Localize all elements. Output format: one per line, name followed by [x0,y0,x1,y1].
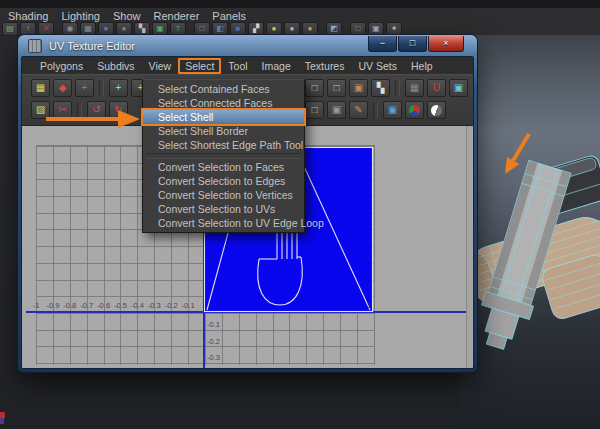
pixel-snap-icon[interactable]: U [427,79,446,97]
uv-menubar: PolygonsSubdivsViewSelectToolImageTextur… [22,57,473,74]
uv-menu-tool[interactable]: Tool [221,59,254,73]
tile-outline-icon[interactable]: □ [305,79,324,97]
u-axis-label: -0.3 [148,301,161,310]
move-tool-icon[interactable]: + [109,79,128,97]
u-axis-label: -0.9 [46,301,59,310]
share-icon[interactable]: ✦ [386,22,402,36]
maya-application: ShadingLightingShowRendererPanels ▤↑✕◉▦●… [0,0,600,429]
toolbar-divider [188,23,192,35]
flat-shade-icon[interactable]: ▦ [80,22,96,36]
move-uv-shell-icon[interactable]: + [75,79,94,97]
v-axis-label: -0.3 [207,353,220,362]
light-gray-icon[interactable]: ● [284,22,300,36]
close-button[interactable]: × [428,36,464,52]
minimize-button[interactable]: − [368,36,397,52]
window-controls: − □ × [367,36,464,52]
uv-menu-help[interactable]: Help [404,59,440,73]
dropdown-item-select-shortest-edge-path-tool[interactable]: Select Shortest Edge Path Tool [143,138,304,152]
rotate-cw-icon[interactable]: ↻ [109,101,128,119]
dropdown-item-convert-selection-to-faces[interactable]: Convert Selection to Faces [143,160,304,174]
cube-top-icon[interactable]: ◧ [212,22,228,36]
dim-image-icon[interactable]: ▚ [371,79,390,97]
display-image-icon[interactable]: ▣ [349,79,368,97]
dropdown-item-select-shell[interactable]: Select Shell [143,110,304,124]
toolbar-divider [395,80,400,96]
lasso-select-icon[interactable]: ◆ [53,79,72,97]
dropdown-item-select-contained-faces[interactable]: Select Contained Faces [143,82,304,96]
tile-outline-2-icon[interactable]: □ [327,79,346,97]
v-axis-label: -0.1 [207,320,220,329]
checker-flag-icon[interactable]: ▞ [248,22,264,36]
toolbar-divider [373,102,378,118]
dropdown-item-convert-selection-to-edges[interactable]: Convert Selection to Edges [143,174,304,188]
window-titlebar[interactable]: UV Texture Editor − □ × [18,35,477,56]
mallet-model [460,35,600,429]
uv-menu-polygons[interactable]: Polygons [33,59,90,73]
panel-menu: ShadingLightingShowRendererPanels [8,10,246,22]
maya-toolbar: ▤↑✕◉▦●●▚▣T□◧■▞●●●◩□▣✦ [2,22,402,36]
u-axis-label: -0.4 [131,301,144,310]
snap-icon[interactable]: ✕ [38,22,54,36]
uv-menu-uv-sets[interactable]: UV Sets [351,59,404,73]
toolbar-divider [344,23,348,35]
texture-view-icon[interactable]: T [170,22,186,36]
layout-uvs-icon[interactable]: ▣ [327,101,346,119]
maximize-button[interactable]: □ [398,36,427,52]
u-axis-label: -0.6 [97,301,110,310]
uv-menu-textures[interactable]: Textures [298,59,352,73]
toolbar-divider [320,23,324,35]
panel-menu-show[interactable]: Show [113,10,141,22]
grid-toggle-icon[interactable]: ▦ [405,79,424,97]
dropdown-item-convert-selection-to-uv-edge-loop[interactable]: Convert Selection to UV Edge Loop [143,216,304,230]
wireframe-mode-icon[interactable]: ◉ [62,22,78,36]
rotate-ccw-icon[interactable]: ↺ [87,101,106,119]
isolate-cube-icon[interactable]: □ [350,22,366,36]
shade-uvs-icon[interactable]: ▣ [449,79,468,97]
v-axis-label: -0.2 [207,337,220,346]
uv-menu-image[interactable]: Image [255,59,298,73]
u-axis-label: -1 [33,301,40,310]
alpha-channel-icon[interactable] [427,101,446,119]
panel-header: ShadingLightingShowRendererPanels ▤↑✕◉▦●… [0,8,600,36]
cube-outline-icon[interactable]: □ [194,22,210,36]
scene-hierarchy-icon[interactable]: ▤ [2,22,18,36]
uv-menu-select[interactable]: Select [178,58,221,74]
dropdown-item-convert-selection-to-vertices[interactable]: Convert Selection to Vertices [143,188,304,202]
uv-toolbar-row1-left: ▦◆+++ [31,79,150,97]
textured-mode-icon[interactable]: ● [116,22,132,36]
material-view-icon[interactable]: ▣ [152,22,168,36]
u-axis-label: -0.8 [63,301,76,310]
uv-menu-subdivs[interactable]: Subdivs [90,59,141,73]
dropdown-item-convert-selection-to-uvs[interactable]: Convert Selection to UVs [143,202,304,216]
checker-icon[interactable]: ▚ [134,22,150,36]
edit-image-icon[interactable]: ✎ [349,101,368,119]
duplicate-cube-icon[interactable]: ▣ [368,22,384,36]
cut-uv-edge-icon[interactable]: ✂ [53,101,72,119]
light-yellow-icon[interactable]: ● [266,22,282,36]
overlap-display-icon[interactable]: ▣ [383,101,402,119]
shaded-mode-icon[interactable]: ● [98,22,114,36]
u-axis-label: -0.1 [182,301,195,310]
rgb-channels-icon[interactable] [405,101,424,119]
perspective-viewport[interactable] [460,35,600,429]
tile-outline-3-icon[interactable]: □ [305,101,324,119]
flip-uv-icon[interactable]: ▨ [31,101,50,119]
panel-menu-shading[interactable]: Shading [8,10,48,22]
light-amber-icon[interactable]: ● [302,22,318,36]
top-strip [0,0,600,8]
panel-menu-renderer[interactable]: Renderer [153,10,199,22]
select-uv-grid-icon[interactable]: ▦ [31,79,50,97]
vertical-scrollbar[interactable] [466,126,472,368]
cube-shaded-icon[interactable]: ■ [230,22,246,36]
uv-menu-view[interactable]: View [142,59,179,73]
toolbar-divider [56,23,60,35]
panel-menu-lighting[interactable]: Lighting [61,10,100,22]
dropdown-item-select-shell-border[interactable]: Select Shell Border [143,124,304,138]
u-axis-label: -0.2 [165,301,178,310]
import-icon[interactable]: ↑ [20,22,36,36]
toolbar-divider [99,80,104,96]
select-highlight-icon[interactable]: ◩ [326,22,342,36]
dropdown-item-select-connected-faces[interactable]: Select Connected Faces [143,96,304,110]
dropdown-separator [146,153,301,159]
panel-menu-panels[interactable]: Panels [212,10,246,22]
